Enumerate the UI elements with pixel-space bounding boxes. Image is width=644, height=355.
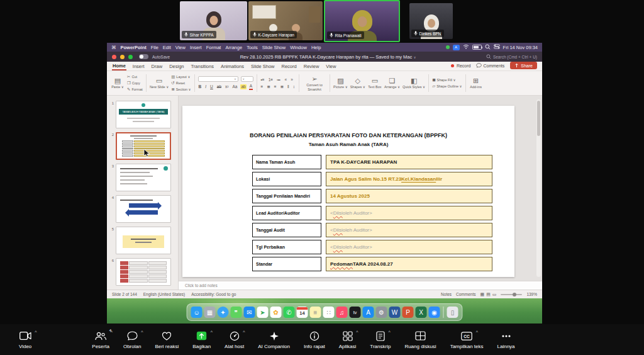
- dock-tv-icon[interactable]: tv: [350, 307, 361, 318]
- form-label-cell[interactable]: Standar: [252, 257, 321, 271]
- view-button[interactable]: ▤: [486, 292, 491, 297]
- ribbon-text-box-button[interactable]: ▭Text Box: [368, 77, 382, 89]
- notes-toggle[interactable]: Notes: [441, 292, 452, 296]
- toolbar-more[interactable]: Lainnya: [497, 330, 515, 349]
- paragraph-button[interactable]: ≣: [280, 84, 284, 89]
- dock-zoom-app-icon[interactable]: ◉: [429, 307, 440, 318]
- screen-record-indicator-icon[interactable]: [446, 45, 450, 49]
- menu-edit[interactable]: Edit: [163, 45, 171, 50]
- ribbon-layout-button[interactable]: ▥Layout ∨: [171, 74, 191, 79]
- font-style-button[interactable]: ab: [216, 84, 222, 89]
- slide-canvas[interactable]: BORANG PENILAIAN PERSYARATAN FOTO DAN KE…: [182, 106, 514, 277]
- toolbar-apps[interactable]: ^Aplikasi: [339, 330, 357, 349]
- font-size-box[interactable]: ∨: [241, 76, 253, 82]
- dock-appstore-icon[interactable]: A: [363, 307, 374, 318]
- ribbon-shapes-button[interactable]: ◇Shapes ∨: [350, 77, 365, 89]
- paragraph-button[interactable]: ‖: [287, 84, 290, 89]
- menu-window[interactable]: Window: [290, 45, 307, 50]
- toolbar-reactions[interactable]: Beri reaksi: [155, 330, 179, 349]
- menubar-clock[interactable]: Fri 14 Nov 09:34: [503, 45, 538, 50]
- tab-design[interactable]: Design: [169, 62, 184, 70]
- dock-music-icon[interactable]: ♫: [336, 307, 348, 318]
- menu-help[interactable]: Help: [311, 45, 321, 50]
- toolbar-video[interactable]: ^Video: [19, 330, 31, 349]
- participant-tile-dinkes-bpn[interactable]: Dinkes BPN: [409, 3, 453, 39]
- form-label-cell[interactable]: Lokasi: [252, 172, 321, 186]
- dock-facetime-icon[interactable]: ✆: [284, 307, 295, 318]
- form-value-cell[interactable]: <Diisi oleh Auditor>: [326, 240, 492, 254]
- dock-mail-icon[interactable]: ✉: [244, 307, 255, 318]
- zoom-slider[interactable]: [501, 294, 522, 295]
- tab-draw[interactable]: Draw: [151, 62, 164, 70]
- dock-maps-icon[interactable]: ➤: [257, 307, 269, 318]
- accessibility-status[interactable]: Accessibility: Good to go: [191, 292, 236, 296]
- dock-calendar-icon[interactable]: 14: [297, 307, 308, 318]
- dock-safari-icon[interactable]: ✦: [218, 307, 229, 318]
- menu-insert[interactable]: Insert: [190, 45, 202, 50]
- font-style-button[interactable]: ab: [240, 84, 246, 89]
- form-value-cell[interactable]: <Diisi oleh Auditor>: [326, 223, 492, 237]
- paragraph-button[interactable]: 1≡: [268, 77, 274, 82]
- menu-format[interactable]: Format: [206, 45, 221, 50]
- autosave-toggle[interactable]: [139, 54, 148, 59]
- notes-pane[interactable]: Click to add notes: [179, 281, 542, 290]
- view-button[interactable]: ▭: [492, 292, 497, 297]
- ribbon-shape-fill-button[interactable]: ◼Shape Fill ∨: [432, 77, 462, 82]
- paragraph-button[interactable]: ≡: [260, 84, 264, 89]
- tab-insert[interactable]: Insert: [132, 62, 145, 70]
- menu-view[interactable]: View: [175, 45, 186, 50]
- language-indicator[interactable]: English (United States): [143, 292, 185, 296]
- toolbar-ai-companion[interactable]: AI Companion: [258, 330, 290, 349]
- ribbon-section-button[interactable]: ≣Section ∨: [171, 87, 191, 92]
- slide-thumbnail-1[interactable]: TAMAN ASUH RAMAH ANAK (TARA): [116, 101, 171, 128]
- toolbar-participants[interactable]: 4^Peserta: [92, 330, 109, 349]
- dock-notes-icon[interactable]: ≡: [310, 307, 321, 318]
- menu-tools[interactable]: Tools: [247, 45, 258, 50]
- font-style-button[interactable]: B: [198, 84, 203, 89]
- participant-tile-rita-pranawati-active-speaker[interactable]: Rita Pranawati: [324, 0, 400, 42]
- ribbon-arrange-button[interactable]: ❏Arrange ∨: [384, 77, 400, 89]
- form-label-cell[interactable]: Tanggal Penilaian Mandiri: [252, 189, 321, 203]
- spotlight-icon[interactable]: [485, 44, 491, 51]
- zoom-level[interactable]: 139%: [526, 292, 537, 296]
- toolbar-share[interactable]: ^Bagikan: [192, 330, 211, 349]
- participant-tile-k-daycare-harapan[interactable]: K-Daycare Harapan: [248, 1, 323, 40]
- record-button[interactable]: Record: [451, 64, 471, 68]
- dock-finder-icon[interactable]: ☺: [191, 307, 203, 318]
- form-label-cell[interactable]: Tanggal Audit: [252, 223, 321, 237]
- comments-button[interactable]: Comments: [476, 63, 504, 69]
- font-style-button[interactable]: I: [204, 84, 207, 89]
- dock-photos-icon[interactable]: ✿: [270, 307, 282, 318]
- dock-messages-icon[interactable]: ❞: [231, 307, 242, 318]
- slide-counter[interactable]: Slide 2 of 144: [112, 292, 137, 296]
- font-style-button[interactable]: U: [209, 84, 214, 89]
- wifi-icon[interactable]: [463, 44, 469, 50]
- tab-review[interactable]: Review: [303, 62, 320, 70]
- slide-title[interactable]: BORANG PENILAIAN PERSYARATAN FOTO DAN KE…: [195, 132, 502, 138]
- menu-app-name[interactable]: PowerPoint: [121, 45, 147, 50]
- control-center-icon[interactable]: [494, 44, 500, 50]
- window-minimize-button[interactable]: [120, 55, 125, 59]
- dock-excel-icon[interactable]: X: [416, 307, 427, 318]
- search-field[interactable]: Search (Cmd + Ctrl + U): [486, 54, 537, 60]
- paragraph-button[interactable]: »: [290, 77, 294, 82]
- ribbon-shape-outline-button[interactable]: ▱Shape Outline ∨: [432, 84, 462, 89]
- form-value-cell[interactable]: 14 Agustus 2025: [326, 189, 492, 203]
- font-style-button[interactable]: x²: [225, 84, 229, 89]
- dock-settings-icon[interactable]: ⚙: [376, 307, 387, 318]
- toolbar-meeting-info[interactable]: Info rapat: [304, 330, 325, 349]
- form-value-cell[interactable]: TPA K-DAYCARE HARAPAN: [326, 155, 492, 169]
- tab-animations[interactable]: Animations: [220, 62, 245, 70]
- ribbon-paste-button[interactable]: ▤Paste ∨: [111, 77, 125, 89]
- share-button[interactable]: Share: [510, 62, 537, 69]
- paragraph-button[interactable]: •≡: [260, 77, 265, 82]
- participant-tile-sihar-kpppa[interactable]: Sihar KPPPA: [180, 1, 247, 40]
- tab-slide-show[interactable]: Slide Show: [250, 62, 275, 70]
- ribbon-add-ins-button[interactable]: ⊞Add-ins: [469, 77, 483, 89]
- ribbon-reset-button[interactable]: ↺Reset: [171, 81, 191, 86]
- slide-thumbnail-5[interactable]: [116, 227, 171, 254]
- form-value-cell[interactable]: Jalan Agus Salim No.15 RT.23 Kel.Klandas…: [326, 172, 492, 186]
- paragraph-button[interactable]: ≡: [274, 84, 277, 89]
- form-value-cell[interactable]: Pedoman TARA 2024.08.27: [326, 257, 492, 271]
- menu-slide-show[interactable]: Slide Show: [262, 45, 286, 50]
